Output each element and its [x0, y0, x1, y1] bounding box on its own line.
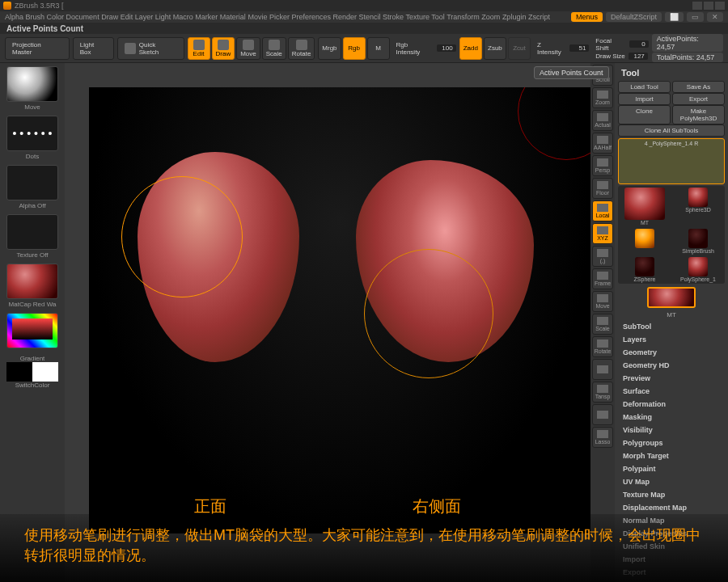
tool-btn-clone-all-subtools[interactable]: Clone All SubTools [618, 124, 725, 137]
material-thumb[interactable] [6, 264, 58, 299]
tool-item-polysphere_1[interactable]: PolySphere_1 [673, 257, 723, 282]
dock-aahalf[interactable]: AAHalf [592, 133, 613, 154]
color-picker[interactable] [6, 313, 58, 348]
section-surface[interactable]: Surface [618, 385, 725, 398]
dock-persp[interactable]: Persp [592, 155, 613, 176]
gradient-label[interactable]: Gradient [20, 355, 45, 362]
section-subtool[interactable]: SubTool [618, 320, 725, 333]
switch-color[interactable] [6, 362, 58, 382]
menu-texture[interactable]: Texture [405, 13, 430, 21]
menu-layer[interactable]: Layer [135, 13, 154, 21]
window-opt-1[interactable]: ⬜ [665, 12, 684, 22]
edit-button[interactable]: Edit [188, 37, 210, 60]
menu-stroke[interactable]: Stroke [383, 13, 404, 21]
section-masking[interactable]: Masking [618, 411, 725, 424]
section-uv-map[interactable]: UV Map [618, 475, 725, 488]
tool-item-blank-2[interactable] [620, 229, 670, 254]
dock-move[interactable]: Move [592, 291, 613, 312]
section-polygroups[interactable]: Polygroups [618, 436, 725, 449]
menu-stencil[interactable]: Stencil [359, 13, 381, 21]
tool-item-sphere3d[interactable]: Sphere3D [673, 188, 723, 226]
section-displacement-map[interactable]: Displacement Map [618, 501, 725, 514]
section-deformation[interactable]: Deformation [618, 398, 725, 411]
dock-lasso[interactable]: Lasso [592, 427, 613, 448]
draw-size-value[interactable]: 127 [629, 53, 648, 60]
dock-tansp[interactable]: Tansp [592, 382, 613, 403]
menu-draw[interactable]: Draw [101, 13, 118, 21]
draw-button[interactable]: Draw [212, 37, 235, 60]
menu-preferences[interactable]: Preferences [291, 13, 331, 21]
menu-zscript[interactable]: Zscript [528, 13, 550, 21]
window-opt-3[interactable]: ✕ [707, 12, 723, 22]
menu-material[interactable]: Material [220, 13, 246, 21]
alpha-thumb[interactable] [6, 165, 58, 200]
tool-btn-import[interactable]: Import [618, 93, 671, 105]
menu-edit[interactable]: Edit [121, 13, 133, 21]
menu-tool[interactable]: Tool [431, 13, 445, 21]
menu-movie[interactable]: Movie [248, 13, 267, 21]
dock-zoom[interactable]: Zoom [592, 87, 613, 108]
focal-shift-value[interactable]: 0 [629, 40, 649, 48]
default-zscript[interactable]: DefaultZScript [606, 12, 662, 22]
tool-item-simplebrush[interactable]: SimpleBrush [673, 229, 723, 254]
stroke-thumb[interactable] [6, 116, 58, 151]
section-geometry[interactable]: Geometry [618, 346, 725, 359]
tool-slider[interactable]: 4 _PolySphere_1.4 R [618, 138, 725, 184]
menus-pill[interactable]: Menus [571, 12, 603, 22]
dock-(,)[interactable]: (,) [592, 246, 613, 267]
section-polypaint[interactable]: Polypaint [618, 462, 725, 475]
menu-alpha[interactable]: Alpha [5, 13, 23, 21]
dock-rotate[interactable]: Rotate [592, 336, 613, 357]
tool-selected[interactable] [647, 287, 696, 308]
section-preview[interactable]: Preview [618, 372, 725, 385]
tool-btn-save-as[interactable]: Save As [672, 81, 725, 93]
menu-light[interactable]: Light [155, 13, 171, 21]
projection-master-button[interactable]: Projection Master [5, 37, 70, 60]
rgb-intensity-value[interactable]: 100 [437, 44, 456, 52]
menu-macro[interactable]: Macro [173, 13, 193, 21]
section-texture-map[interactable]: Texture Map [618, 488, 725, 501]
section-layers[interactable]: Layers [618, 333, 725, 346]
z-intensity-value[interactable]: 51 [569, 44, 589, 52]
menu-render[interactable]: Render [333, 13, 358, 21]
tool-btn-export[interactable]: Export [672, 93, 725, 105]
rotate-button[interactable]: Rotate [288, 37, 315, 60]
menu-brush[interactable]: Brush [26, 13, 45, 21]
dock-scale[interactable]: Scale [592, 314, 613, 335]
dock-frame[interactable]: Frame [592, 268, 613, 289]
dock-btn-15[interactable] [592, 404, 613, 425]
dock-btn-13[interactable] [592, 359, 613, 380]
tool-item-zsphere[interactable]: ZSphere [620, 257, 670, 282]
maximize-icon[interactable] [704, 2, 713, 10]
section-morph-target[interactable]: Morph Target [618, 449, 725, 462]
texture-thumb[interactable] [6, 214, 58, 250]
zadd-button[interactable]: Zadd [459, 37, 482, 60]
zcut-button[interactable]: Zcut [508, 37, 531, 60]
menu-zoom[interactable]: Zoom [481, 13, 500, 21]
menu-document[interactable]: Document [66, 13, 99, 21]
menu-marker[interactable]: Marker [195, 13, 218, 21]
menu-transform[interactable]: Transform [447, 13, 480, 21]
brush-thumb[interactable] [6, 66, 58, 102]
window-opt-2[interactable]: ▭ [687, 12, 704, 22]
dock-local[interactable]: Local [592, 200, 613, 221]
section-geometry-hd[interactable]: Geometry HD [618, 359, 725, 372]
quicksketch-button[interactable]: Quick Sketch [117, 37, 184, 60]
lightbox-button[interactable]: Light Box [73, 37, 114, 60]
close-icon[interactable] [715, 2, 725, 10]
dock-floor[interactable]: Floor [592, 178, 613, 199]
move-button[interactable]: Move [236, 37, 260, 60]
section-visibility[interactable]: Visibility [618, 424, 725, 436]
zsub-button[interactable]: Zsub [484, 37, 506, 60]
rgb-button[interactable]: Rgb [343, 37, 366, 60]
mrgb-button[interactable]: Mrgb [318, 37, 341, 60]
menu-picker[interactable]: Picker [269, 13, 290, 21]
viewport[interactable]: 正面 右侧面 [89, 87, 590, 534]
minimize-icon[interactable] [692, 2, 702, 10]
tool-btn-load-tool[interactable]: Load Tool [618, 81, 671, 93]
menu-color[interactable]: Color [47, 13, 65, 21]
dock-actual[interactable]: Actual [592, 110, 613, 131]
tool-btn-make-polymesh3d[interactable]: Make PolyMesh3D [672, 105, 725, 124]
tool-item-mt[interactable]: MT [620, 188, 670, 226]
tool-btn-clone[interactable]: Clone [618, 105, 671, 124]
